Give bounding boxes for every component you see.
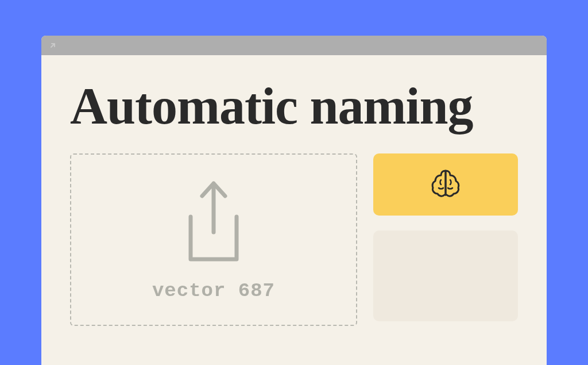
brain-icon <box>427 167 464 202</box>
layout-grid: vector 687 <box>70 153 518 326</box>
side-column <box>373 153 518 326</box>
ai-brain-card[interactable] <box>373 153 518 216</box>
external-link-icon <box>48 41 57 50</box>
upload-dropzone[interactable]: vector 687 <box>70 153 357 326</box>
window-content: Automatic naming vector 687 <box>41 55 547 365</box>
window-titlebar <box>41 36 547 55</box>
placeholder-card <box>373 230 518 321</box>
page-title: Automatic naming <box>70 79 518 134</box>
layer-name-label: vector 687 <box>152 280 275 302</box>
upload-icon <box>176 178 251 270</box>
app-window: Automatic naming vector 687 <box>41 36 547 365</box>
